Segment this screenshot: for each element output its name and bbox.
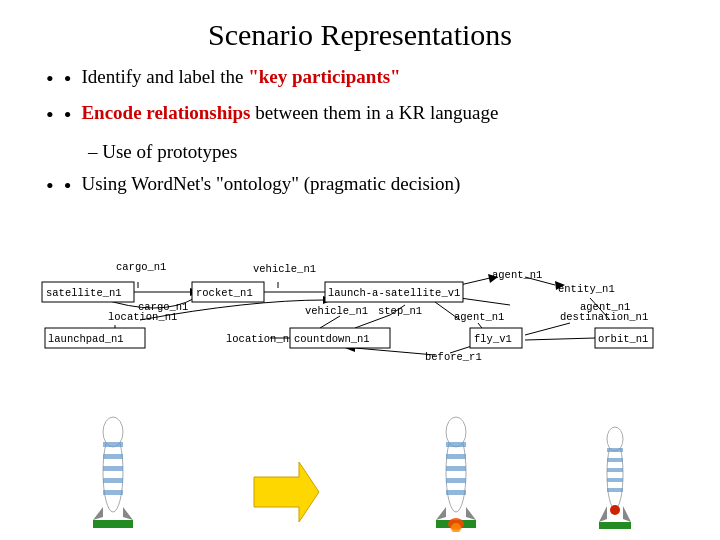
node-orbit: orbit_n1 xyxy=(598,333,648,345)
svg-rect-55 xyxy=(446,490,466,495)
rocket-left-svg xyxy=(78,412,148,532)
node-cargo-top: cargo_n1 xyxy=(116,261,166,273)
node-countdown: countdown_n1 xyxy=(294,333,370,345)
highlight-encode: Encode relationships xyxy=(81,102,250,123)
node-satellite: satellite_n1 xyxy=(46,287,122,299)
bullet-3-text: Using WordNet's "ontology" (pragmatic de… xyxy=(81,171,460,197)
diagram-svg: satellite_n1 rocket_n1 launch-a-satellit… xyxy=(30,220,690,375)
slide: Scenario Representations • Identify and … xyxy=(0,0,720,540)
bullet-list-2: • Using WordNet's "ontology" (pragmatic … xyxy=(46,171,684,201)
svg-line-17 xyxy=(320,316,340,328)
svg-marker-47 xyxy=(254,462,319,522)
svg-rect-42 xyxy=(103,466,123,471)
node-before: before_r1 xyxy=(425,351,482,363)
bullet-marker3: • xyxy=(64,171,72,201)
svg-point-62 xyxy=(607,427,623,451)
bullet-2-text: Encode relationships between them in a K… xyxy=(81,100,498,126)
bullet-list: • Identify and label the "key participan… xyxy=(46,64,684,129)
node-launchpad: launchpad_n1 xyxy=(48,333,124,345)
svg-rect-60 xyxy=(599,522,631,529)
svg-line-12 xyxy=(460,298,510,305)
svg-marker-56 xyxy=(436,507,446,520)
svg-rect-44 xyxy=(103,490,123,495)
node-location-left: location_n1 xyxy=(108,311,177,323)
svg-rect-63 xyxy=(607,448,623,452)
svg-point-70 xyxy=(610,505,620,515)
node-step: step_n1 xyxy=(378,305,422,317)
node-vehicle-cnt: vehicle_n1 xyxy=(305,305,368,317)
node-agent-top: agent_n1 xyxy=(492,269,542,281)
svg-marker-69 xyxy=(623,506,631,522)
svg-marker-45 xyxy=(93,507,103,520)
bullet-marker2: • xyxy=(64,100,72,130)
node-vehicle-top: vehicle_n1 xyxy=(253,263,316,275)
rocket-far-right-svg xyxy=(587,422,642,532)
bullet-1: • Identify and label the "key participan… xyxy=(46,64,684,94)
svg-line-26 xyxy=(525,323,570,335)
highlight-key-participants: "key participants" xyxy=(248,66,401,87)
svg-marker-57 xyxy=(466,507,476,520)
svg-rect-65 xyxy=(607,468,623,472)
svg-rect-67 xyxy=(607,488,623,492)
bullet-1-text: Identify and label the "key participants… xyxy=(81,64,400,90)
bullet-2: • Encode relationships between them in a… xyxy=(46,100,684,130)
svg-rect-37 xyxy=(93,520,133,528)
node-rocket: rocket_n1 xyxy=(196,287,253,299)
arrow-center-svg xyxy=(244,452,324,532)
svg-rect-41 xyxy=(103,454,123,459)
slide-title: Scenario Representations xyxy=(36,18,684,52)
svg-line-27 xyxy=(525,338,595,340)
svg-line-8 xyxy=(460,278,490,285)
svg-rect-52 xyxy=(446,454,466,459)
node-fly: fly_v1 xyxy=(474,333,512,345)
svg-marker-68 xyxy=(599,506,607,522)
svg-rect-40 xyxy=(103,442,123,447)
bullet-marker: • xyxy=(64,64,72,94)
rocket-right-svg xyxy=(421,412,491,532)
sub-item-prototypes: – Use of prototypes xyxy=(88,139,684,165)
svg-rect-53 xyxy=(446,466,466,471)
svg-line-24 xyxy=(355,348,435,355)
diagram-area: satellite_n1 rocket_n1 launch-a-satellit… xyxy=(30,220,690,375)
svg-rect-64 xyxy=(607,458,623,462)
node-launch: launch-a-satellite_v1 xyxy=(328,287,460,299)
node-destination: destination_n1 xyxy=(560,311,648,323)
svg-rect-54 xyxy=(446,478,466,483)
svg-marker-46 xyxy=(123,507,133,520)
svg-rect-66 xyxy=(607,478,623,482)
illustrations-area xyxy=(30,402,690,532)
node-agent-mid: agent_n1 xyxy=(454,311,504,323)
node-entity: entity_n1 xyxy=(558,283,615,295)
svg-rect-51 xyxy=(446,442,466,447)
bullet-3: • Using WordNet's "ontology" (pragmatic … xyxy=(46,171,684,201)
node-location-cnt: location_n1 xyxy=(226,333,295,345)
svg-rect-43 xyxy=(103,478,123,483)
